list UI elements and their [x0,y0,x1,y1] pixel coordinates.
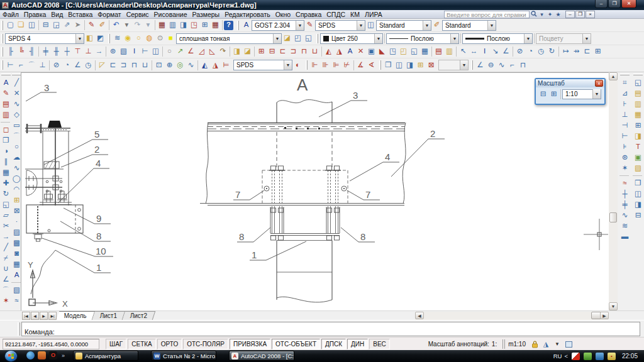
vertical-scrollbar[interactable]: ▲ ▼ [609,72,618,310]
coordinates-readout[interactable]: 92121.8467, -1951.4540, 0.0000 [3,339,99,349]
view-mark-icon[interactable]: ◫ [150,47,161,57]
language-indicator[interactable]: RU [553,353,562,359]
lineweight-combo[interactable]: Послою▼ [462,33,533,44]
spds-layer-combo[interactable]: сплошная тонкая▼ [176,33,282,44]
horizontal-scrollbar[interactable]: ◀ ▶ [415,312,609,320]
menu-формат[interactable]: Формат [95,11,123,18]
dim-e3-icon[interactable]: ⊨ [221,60,231,70]
doc-minimize-button[interactable]: – [565,11,575,18]
view-p-icon[interactable]: ◱ [633,77,643,88]
quicklaunch-opera-icon[interactable]: O [49,351,57,359]
dim-a-icon[interactable]: ∠ [501,47,511,57]
red-3-icon[interactable]: ⊫ [331,60,341,70]
dim-style-combo[interactable]: SPDS▼ [315,20,365,31]
break-icon[interactable]: ⌿ [1,253,11,263]
kaspersky-tray-icon[interactable] [572,353,580,360]
fmt-6-icon[interactable]: ◣ [377,47,387,57]
volume-tray-icon[interactable]: • [608,353,616,360]
status-toggle-привязка[interactable]: ПРИВЯЗКА [230,339,270,349]
qdim-icon[interactable]: ◸ [97,60,108,70]
status-toggle-орто[interactable]: ОРТО [157,339,182,349]
ang-2-icon[interactable]: ∢ [366,60,377,70]
arr-b-icon[interactable]: ⊔ [309,47,320,57]
geo-2-icon[interactable]: ⊖ [486,60,496,70]
doc-restore-button[interactable]: ❐ [575,11,585,18]
scale-toolbar-window[interactable]: Масштаб x ⊟⊞ 1:10▼ [535,78,606,105]
preview-icon[interactable]: ◲ [51,20,62,31]
mleader-style-icon[interactable]: ✐ [431,20,442,31]
fmt-5-icon[interactable]: ▣ [366,47,377,57]
tray-chevron-icon[interactable]: < [564,353,568,359]
winv-4-icon[interactable]: ⊟ [633,210,643,221]
menu-размеры[interactable]: Размеры [190,11,223,18]
text-style-combo[interactable]: GOST 2.304▼ [252,20,304,31]
status-toggle-отс-поляр[interactable]: ОТС-ПОЛЯР [183,339,228,349]
lvl-icon[interactable]: ⊧ [619,141,630,152]
circ-1-icon[interactable]: ⊘ [514,47,525,57]
props-q-icon[interactable]: ◪ [242,47,253,57]
pin-b-icon[interactable]: ⊓ [299,47,309,57]
command-input[interactable]: Команда: [21,322,640,336]
geo-4-icon[interactable]: ⌐ [507,60,518,70]
tbl-e-icon[interactable]: ⊞ [633,120,643,131]
align-c-icon[interactable]: ┼ [62,47,72,57]
tab-layout1[interactable]: Лист1 [92,311,126,320]
slope-icon[interactable]: ∠ [186,47,196,57]
chain-icon[interactable]: → [94,47,104,57]
winv-1-icon[interactable]: ❐ [633,178,643,189]
dim-sp-icon[interactable]: ⊓ [129,60,140,70]
minimize-button[interactable]: – [595,0,608,8]
dim-lin-icon[interactable]: ⊢ [5,60,16,70]
cloud-rev-icon[interactable]: ○ [164,47,175,57]
geo-1-icon[interactable]: ∠ [475,60,486,70]
offset-icon[interactable]: ∥ [1,156,11,167]
taskbar-button[interactable]: Аспирантура [73,351,138,361]
dim-dia-icon[interactable]: ◔ [62,60,72,70]
span-4-icon[interactable]: ⊞ [592,47,603,57]
layers-icon[interactable]: ≋ [112,33,123,44]
quicklaunch-app-icon[interactable] [38,351,46,359]
taskbar-button[interactable]: AAutoCAD 2008 - [C:... [229,351,294,361]
ax-3-icon[interactable]: ⊣ [619,120,630,131]
mark-3-icon[interactable]: ◺ [207,47,218,57]
sun-icon[interactable]: ◍ [144,33,155,44]
menu-правка[interactable]: Правка [21,11,48,18]
annotation-visibility-icon[interactable]: ◮ [541,339,551,349]
scale-list-icon[interactable]: ⊟ [538,89,548,99]
trim-icon[interactable]: ✂ [1,221,11,231]
span-2-icon[interactable]: ⇸ [571,47,582,57]
menu-вид[interactable]: Вид [48,11,65,18]
table-icon[interactable]: ▥ [167,20,178,31]
status-toggle-дин[interactable]: ДИН [347,339,368,349]
win-3-icon[interactable]: ◨ [404,60,415,70]
star-icon[interactable]: ✶ [619,163,630,173]
node-r-icon[interactable]: ╢ [26,47,37,57]
red-2-icon[interactable]: ⊪ [320,60,331,70]
close-button[interactable]: ✕ [621,0,636,8]
move-icon[interactable]: ✚ [1,178,11,189]
battery-tray-icon[interactable] [584,353,592,360]
status-toggle-вес[interactable]: ВЕС [369,339,390,349]
fmt-3-icon[interactable]: A [345,47,355,57]
layer-combo[interactable]: SPDS 4▼ [5,33,84,44]
menu-окно[interactable]: Окно [273,11,293,18]
dim-ali-icon[interactable]: ⌐ [16,60,26,70]
linetype-combo[interactable]: Послою▼ [386,33,459,44]
layer-manager-icon[interactable]: ◧ [84,33,95,44]
scale-window-title[interactable]: Масштаб [536,79,604,87]
viewport-scale-value[interactable]: m1:10 [508,341,526,348]
wave-icon[interactable]: ∿ [619,210,630,221]
copy-props-icon[interactable]: ◨ [231,47,242,57]
cut-2-icon[interactable]: ╪ [619,199,630,210]
network-tray-icon[interactable] [596,353,604,360]
copy-icon[interactable]: ❐ [1,135,11,146]
fmt-9-icon[interactable]: ◱ [409,47,419,57]
dim-bas-icon[interactable]: ⊏ [108,60,118,70]
node-l-icon[interactable]: ╚ [16,47,26,57]
dim-i-icon[interactable]: I [479,47,490,57]
tx-2-icon[interactable]: ▥ [1,109,11,120]
flag-r-icon[interactable]: ⊐ [288,47,299,57]
scroll-right-icon[interactable]: ▶ [600,312,609,319]
winv-2-icon[interactable]: ◫ [633,189,643,199]
span-1-icon[interactable]: ↦ [560,47,571,57]
